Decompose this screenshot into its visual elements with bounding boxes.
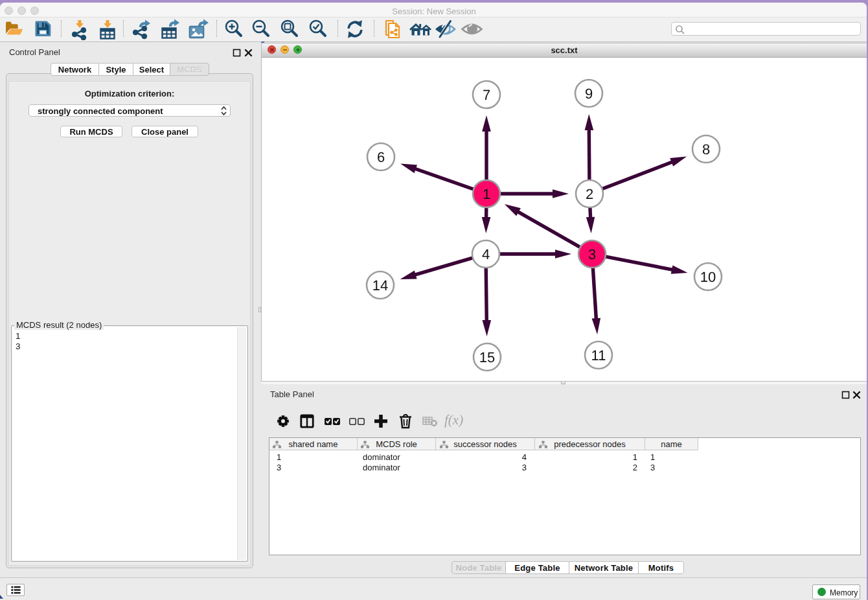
svg-text:1: 1 [483,186,490,202]
svg-text:10: 10 [700,269,716,285]
svg-text:14: 14 [372,277,388,294]
svg-text:3: 3 [588,246,596,262]
svg-text:11: 11 [591,347,606,363]
svg-text:15: 15 [479,349,495,365]
svg-text:2: 2 [586,186,593,202]
svg-text:7: 7 [483,87,490,103]
svg-text:8: 8 [702,141,710,157]
svg-text:6: 6 [377,149,385,165]
svg-text:9: 9 [585,86,593,102]
svg-text:4: 4 [482,246,490,262]
